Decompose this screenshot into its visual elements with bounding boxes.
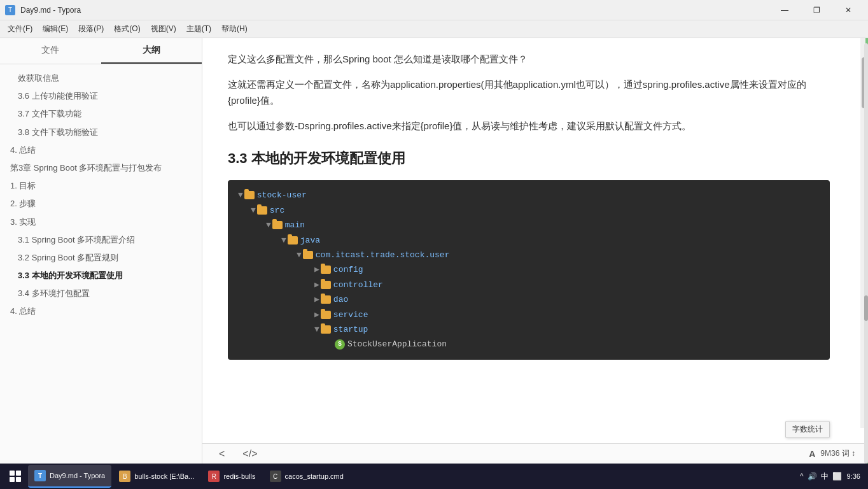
nav-bar-left: < </> [215, 447, 261, 461]
taskbar-apps: T Day9.md - Typora B bulls-stock [E:\Ba.… [28, 465, 795, 488]
tree-node-src: ▼ src [238, 203, 820, 218]
expand-arrow: ▼ [238, 188, 243, 202]
menu-paragraph[interactable]: 段落(P) [73, 21, 109, 37]
titlebar: T Day9.md - Typora — ❐ ✕ [0, 0, 868, 20]
main-area: 文件 大纲 效获取信息3.6 上传功能使用验证3.7 文件下载功能3.8 文件下… [0, 38, 868, 464]
tray-icons: ^ 🔊 中 ⬜ [800, 471, 842, 482]
titlebar-left: T Day9.md - Typora [5, 5, 81, 15]
bulls-stock-icon: B [119, 471, 130, 482]
tree-node-main: ▼ main [238, 218, 820, 232]
outline-item-4[interactable]: 4. 总结 [0, 141, 202, 159]
tab-outline[interactable]: 大纲 [101, 38, 202, 64]
tray-volume-icon[interactable]: 🔊 [808, 472, 817, 481]
folder-label-src: src [270, 203, 284, 218]
tree-node-java: ▼ java [238, 233, 820, 248]
outline-item-8[interactable]: 3. 实现 [0, 213, 202, 231]
file-tree: ▼ stock-user ▼ sr [228, 180, 830, 359]
menu-format[interactable]: 格式(O) [109, 21, 145, 37]
sidebar-tabs: 文件 大纲 [0, 38, 202, 64]
menubar: 文件(F) 编辑(E) 段落(P) 格式(O) 视图(V) 主题(T) 帮助(H… [0, 20, 868, 38]
window-title: Day9.md - Typora [20, 6, 81, 15]
menu-theme[interactable]: 主题(T) [181, 21, 216, 37]
outline-item-1[interactable]: 3.6 上传功能使用验证 [0, 87, 202, 105]
nav-code-button[interactable]: </> [239, 447, 261, 461]
window-controls[interactable]: — ❐ ✕ [770, 0, 863, 20]
sidebar-scrollbar-thumb[interactable] [864, 295, 868, 321]
taskbar-app-bulls-label: bulls-stock [E:\Ba... [134, 472, 194, 480]
content-body: 定义这么多配置文件，那么Spring boot 怎么知道是读取哪个配置文件？ 这… [202, 38, 868, 443]
outline-item-9[interactable]: 3.1 Spring Boot 多环境配置介绍 [0, 231, 202, 249]
taskbar-app-cmd[interactable]: C cacos_startup.cmd [263, 465, 350, 488]
outline-item-6[interactable]: 1. 目标 [0, 177, 202, 195]
tree-node-startup: ▼ startup [238, 322, 820, 337]
taskbar-app-redis-label: redis-bulls [223, 472, 255, 480]
folder-label-java: java [300, 233, 320, 248]
font-size-icon: A [809, 449, 815, 459]
menu-file[interactable]: 文件(F) [3, 21, 38, 37]
start-button[interactable] [3, 464, 28, 489]
app-icon: T [5, 5, 15, 15]
word-count-display: 9M36 词 ↕ [820, 448, 855, 459]
tree-node-dao: ▶ dao [238, 292, 820, 307]
tray-lang-icon[interactable]: 中 [821, 471, 829, 482]
tab-file[interactable]: 文件 [0, 38, 101, 64]
menu-view[interactable]: 视图(V) [146, 21, 181, 37]
windows-logo [10, 471, 21, 482]
clock-time: 9:36 [847, 472, 860, 481]
folder-label-config: config [333, 262, 363, 277]
cmd-icon: C [270, 471, 281, 482]
section-heading: 3.3 本地的开发环境配置使用 [228, 146, 830, 170]
folder-label-startup: startup [333, 322, 368, 337]
menu-help[interactable]: 帮助(H) [216, 21, 253, 37]
file-label-stock-app: StockUserApplication [347, 337, 447, 351]
nav-bar: < </> A 9M36 词 ↕ [202, 443, 868, 464]
outline-item-0[interactable]: 效获取信息 [0, 69, 202, 87]
taskbar-app-redis[interactable]: R redis-bulls [202, 465, 262, 488]
content-area: 定义这么多配置文件，那么Spring boot 怎么知道是读取哪个配置文件？ 这… [202, 38, 868, 464]
folder-label-controller: controller [333, 278, 383, 292]
sidebar-scrollbar[interactable] [864, 43, 868, 464]
outline-item-10[interactable]: 3.2 Spring Boot 多配置规则 [0, 249, 202, 267]
taskbar-app-cmd-label: cacos_startup.cmd [285, 472, 344, 480]
folder-label-service: service [333, 308, 368, 322]
nav-bar-right: A 9M36 词 ↕ [809, 448, 855, 459]
para3: 也可以通过参数-Dspring.profiles.active来指定{profi… [228, 118, 830, 134]
nav-left-button[interactable]: < [215, 447, 228, 461]
clock: 9:36 [847, 472, 860, 481]
minimize-button[interactable]: — [770, 0, 799, 20]
outline-item-11[interactable]: 3.3 本地的开发环境配置使用 [0, 267, 202, 285]
para2: 这就还需再定义一个配置文件，名称为application.properties(… [228, 76, 830, 109]
outline-item-13[interactable]: 4. 总结 [0, 302, 202, 320]
para1: 定义这么多配置文件，那么Spring boot 怎么知道是读取哪个配置文件？ [228, 51, 830, 67]
outline-item-12[interactable]: 3.4 多环境打包配置 [0, 285, 202, 302]
tree-node-controller: ▶ controller [238, 278, 820, 292]
sidebar: 文件 大纲 效获取信息3.6 上传功能使用验证3.7 文件下载功能3.8 文件下… [0, 38, 202, 464]
taskbar: T Day9.md - Typora B bulls-stock [E:\Ba.… [0, 464, 868, 489]
folder-label-dao: dao [333, 292, 348, 307]
taskbar-app-typora[interactable]: T Day9.md - Typora [28, 465, 111, 488]
tree-node-config: ▶ config [238, 262, 820, 277]
word-count-tooltip[interactable]: 字数统计 [785, 421, 830, 438]
typora-icon: T [34, 470, 46, 481]
tray-desktop-icon[interactable]: ⬜ [832, 472, 842, 481]
tree-node-com-package: ▼ com.itcast.trade.stock.user [238, 248, 820, 262]
tree-node-stock-app: S StockUserApplication [238, 337, 820, 351]
folder-label-main: main [285, 218, 305, 232]
outline-item-5[interactable]: 第3章 Spring Boot 多环境配置与打包发布 [0, 159, 202, 177]
outline-item-3[interactable]: 3.8 文件下载功能验证 [0, 124, 202, 141]
maximize-button[interactable]: ❐ [802, 0, 831, 20]
redis-icon: R [208, 471, 220, 482]
tree-node-service: ▶ service [238, 308, 820, 322]
folder-label-com-package: com.itcast.trade.stock.user [316, 248, 450, 262]
taskbar-app-typora-label: Day9.md - Typora [50, 472, 105, 479]
close-button[interactable]: ✕ [834, 0, 863, 20]
sidebar-outline-list: 效获取信息3.6 上传功能使用验证3.7 文件下载功能3.8 文件下载功能验证4… [0, 64, 202, 464]
tree-node-stock-user: ▼ stock-user [238, 188, 820, 202]
taskbar-right: ^ 🔊 中 ⬜ 9:36 [795, 471, 865, 482]
tray-up-icon[interactable]: ^ [800, 472, 804, 481]
taskbar-app-bulls-stock[interactable]: B bulls-stock [E:\Ba... [113, 465, 200, 488]
outline-item-2[interactable]: 3.7 文件下载功能 [0, 105, 202, 123]
folder-label-stock-user: stock-user [257, 188, 307, 202]
menu-edit[interactable]: 编辑(E) [38, 21, 73, 37]
outline-item-7[interactable]: 2. 步骤 [0, 195, 202, 213]
